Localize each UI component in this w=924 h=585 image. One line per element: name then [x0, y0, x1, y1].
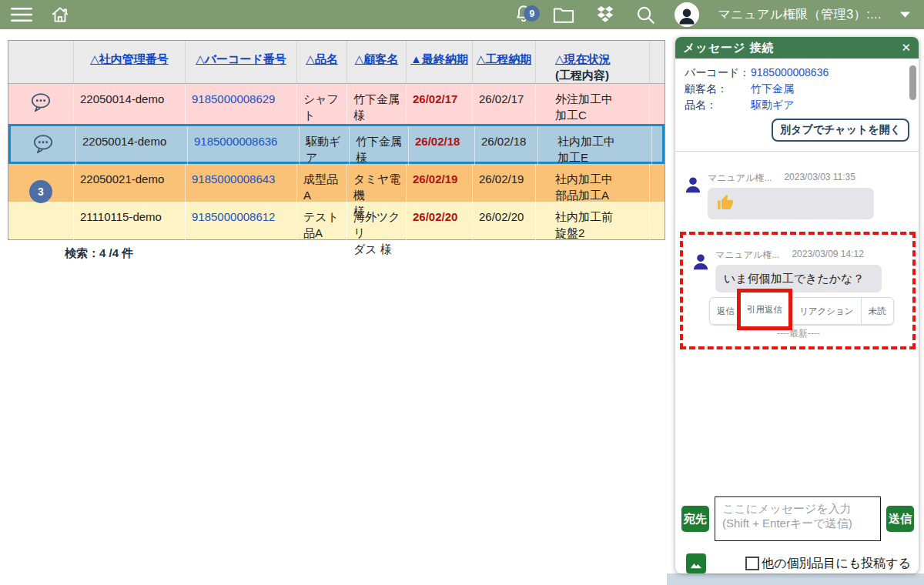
- panel-scrollbar[interactable]: [909, 65, 916, 100]
- chat-message: マニュアル権... 2023/03/03 11:35: [681, 172, 912, 219]
- user-avatar[interactable]: [675, 2, 699, 27]
- barcode-link[interactable]: 9185000008636: [194, 135, 277, 148]
- message-input[interactable]: [715, 496, 881, 541]
- dropbox-icon[interactable]: [594, 5, 617, 25]
- message-sender: マニュアル権...: [715, 249, 779, 262]
- process-due-cell: 26/02/18: [475, 126, 538, 165]
- table-row[interactable]: 3 22050021-demo 9185000008643 成型品A タミヤ電機…: [8, 164, 665, 202]
- status-cell: 社内加工中 加工E: [538, 126, 652, 165]
- latest-marker: ----最新----: [689, 327, 908, 340]
- table-row[interactable]: 21110115-demo 9185000008612 テスト品A 海外ツクリ …: [8, 202, 665, 239]
- notification-count-badge: 9: [524, 5, 540, 22]
- sort-mgmt-number[interactable]: △社内管理番号: [90, 52, 169, 83]
- hamburger-menu-icon[interactable]: [11, 7, 32, 22]
- panel-title: メッセージ 接続: [683, 41, 775, 55]
- barcode-link[interactable]: 9185000008629: [192, 92, 275, 105]
- chat-bubble-icon[interactable]: [28, 91, 53, 118]
- sort-product-name[interactable]: △品名: [306, 52, 338, 83]
- close-icon[interactable]: ✕: [901, 41, 911, 55]
- barcode-value: 9185000008636: [751, 65, 829, 81]
- product-label: 品名：: [685, 97, 751, 113]
- folder-icon[interactable]: [552, 5, 575, 25]
- sort-final-due[interactable]: ▲最終納期: [410, 52, 468, 83]
- message-list: マニュアル権... 2023/03/03 11:35 マニュアル権...: [675, 152, 919, 496]
- message-panel-header: メッセージ 接続 ✕: [675, 37, 919, 58]
- sort-process-due[interactable]: △工程納期: [477, 52, 532, 83]
- background-strip: [667, 573, 924, 585]
- search-result-count: 検索：4 /4 件: [65, 246, 133, 261]
- message-timestamp: 2023/03/09 14:12: [792, 249, 863, 262]
- chat-bubble-icon[interactable]: [31, 132, 55, 159]
- composer-options: 他の個別品目にも投稿する: [675, 541, 919, 573]
- recipient-button[interactable]: 宛先: [681, 506, 709, 532]
- final-due-cell: 26/02/20: [413, 210, 457, 223]
- barcode-link[interactable]: 9185000008612: [192, 210, 275, 223]
- send-button[interactable]: 送信: [886, 506, 914, 532]
- process-due-cell: 26/02/20: [473, 202, 536, 257]
- final-due-cell: 26/02/18: [415, 135, 460, 148]
- customer-label: 顧客名：: [685, 81, 751, 97]
- unread-count-badge[interactable]: 3: [29, 180, 52, 203]
- product-value: 駆動ギア: [751, 97, 795, 113]
- person-avatar-icon: [691, 252, 711, 275]
- top-navigation-bar: 9 マニュアル権限（管理3）:...: [0, 0, 924, 29]
- product-cell: 駆動ギア: [300, 126, 350, 165]
- attach-image-icon[interactable]: [686, 553, 706, 573]
- quote-reply-highlight-box[interactable]: 引用返信: [737, 289, 792, 330]
- message-panel: メッセージ 接続 ✕ バーコード： 9185000008636 顧客名： 竹下金…: [675, 37, 919, 573]
- status-cell: 外注加工中 加工C: [536, 84, 650, 124]
- search-icon[interactable]: [635, 5, 656, 25]
- table-header-row: △社内管理番号 △バーコード番号 △品名 △顧客名 ▲最終納期 △工程納期 △現…: [8, 41, 665, 84]
- mgmt-number-cell: 22050014-demo: [74, 84, 186, 124]
- sort-barcode-number[interactable]: △バーコード番号: [196, 52, 286, 83]
- user-name-label: マニュアル権限（管理3）:...: [718, 7, 882, 23]
- customer-cell: 海外ツクリ ダス 様: [347, 202, 407, 257]
- broadcast-checkbox-label: 他の個別品目にも投稿する: [762, 556, 911, 572]
- table-row-selected[interactable]: 22050014-demo 9185000008636 駆動ギア 竹下金属 様 …: [8, 124, 665, 164]
- home-icon[interactable]: [49, 5, 71, 25]
- product-cell: テスト品A: [297, 202, 347, 257]
- broadcast-checkbox[interactable]: [745, 557, 759, 570]
- table-row[interactable]: 22050014-demo 9185000008629 シャフト 竹下金属 様 …: [8, 84, 665, 124]
- sort-current-status[interactable]: △現在状況: [555, 52, 611, 67]
- notification-bell-icon[interactable]: 9: [514, 4, 534, 25]
- work-items-table: △社内管理番号 △バーコード番号 △品名 △顧客名 ▲最終納期 △工程納期 △現…: [8, 40, 665, 240]
- product-cell: シャフト: [297, 84, 347, 124]
- barcode-link[interactable]: 9185000008643: [192, 172, 275, 186]
- chevron-down-icon[interactable]: [900, 12, 910, 18]
- message-sender: マニュアル権...: [708, 172, 772, 185]
- open-chat-new-tab-button[interactable]: 別タブでチャットを開く: [772, 119, 909, 142]
- thumbs-up-emoji: [716, 193, 735, 214]
- final-due-cell: 26/02/19: [413, 172, 457, 186]
- chat-message: マニュアル権... 2023/03/09 14:12 いま何個加工できたかな？: [689, 249, 908, 292]
- reaction-button[interactable]: リアクション: [792, 297, 862, 325]
- message-bubble: [708, 188, 874, 219]
- message-timestamp: 2023/03/03 11:35: [784, 172, 855, 185]
- message-composer: 宛先 送信: [675, 496, 919, 541]
- barcode-label: バーコード：: [685, 65, 751, 81]
- mgmt-number-cell: 22050014-demo: [76, 126, 188, 165]
- app-window: 9 マニュアル権限（管理3）:... △社内管理番号 △バーコード: [0, 0, 924, 585]
- customer-cell: 竹下金属 様: [347, 84, 407, 124]
- unread-button[interactable]: 未読: [861, 297, 894, 325]
- highlighted-message-region: マニュアル権... 2023/03/09 14:12 いま何個加工できたかな？ …: [680, 232, 916, 349]
- final-due-cell: 26/02/17: [413, 92, 457, 105]
- header-chat-col: [8, 41, 74, 83]
- customer-cell: 竹下金属 様: [350, 126, 409, 165]
- status-cell: 社内加工前 旋盤2: [536, 202, 650, 257]
- person-avatar-icon: [683, 175, 703, 198]
- status-sub-header: (工程内容): [555, 69, 609, 83]
- item-info-section: バーコード： 9185000008636 顧客名： 竹下金属 品名： 駆動ギア …: [675, 58, 919, 152]
- customer-value: 竹下金属: [751, 81, 794, 97]
- process-due-cell: 26/02/17: [473, 84, 536, 124]
- sort-customer-name[interactable]: △顧客名: [355, 52, 399, 83]
